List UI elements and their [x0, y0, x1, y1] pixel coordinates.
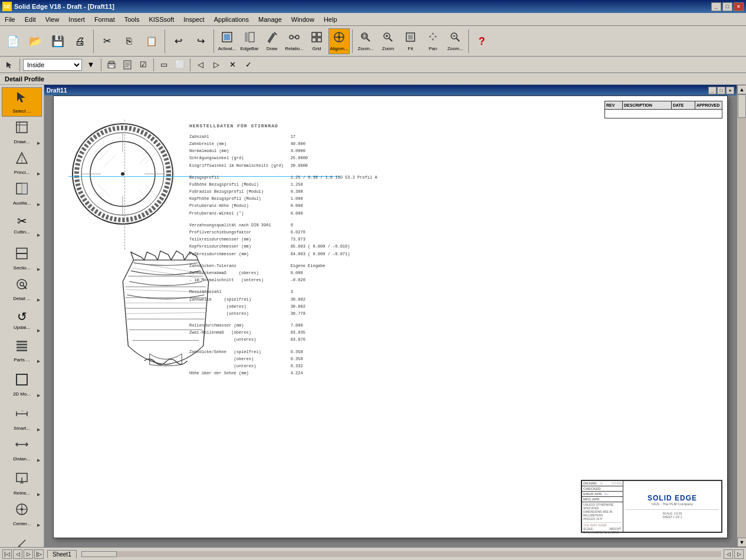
check-btn[interactable]: ☑ — [136, 58, 150, 71]
menu-edit[interactable]: Edit — [20, 13, 41, 25]
2dmodel-icon — [15, 373, 29, 390]
pan-icon — [427, 31, 439, 45]
hscroll-controls: ◁ ▷ — [724, 549, 744, 559]
nav-first-btn[interactable]: |◁ — [2, 549, 12, 559]
pan-button[interactable]: Pan — [422, 28, 443, 54]
menu-window[interactable]: Window — [287, 13, 319, 25]
dropdown-arrow-btn[interactable]: ▼ — [84, 58, 98, 71]
sidebar-item-select[interactable]: Select ... — [2, 87, 42, 117]
close-x-btn[interactable]: ✕ — [225, 58, 239, 71]
svg-rect-30 — [109, 65, 114, 68]
sidebar: Select ... Drawi... ▶ Princi... ▶ Auxili… — [0, 85, 44, 547]
horizontal-scroll-thumb[interactable] — [81, 551, 117, 557]
select-tool-btn[interactable] — [2, 58, 17, 71]
sidebar-item-center[interactable]: Center... ▶ — [2, 500, 42, 529]
menu-view[interactable]: View — [41, 13, 64, 25]
right-arrow-btn[interactable]: ▷ — [209, 58, 224, 71]
menu-manage[interactable]: Manage — [254, 13, 287, 25]
nav-next-btn[interactable]: ▷ — [24, 549, 33, 559]
menu-insert[interactable]: Insert — [64, 13, 90, 25]
principal-icon — [15, 151, 29, 169]
sidebar-item-distance[interactable]: Distan... ▶ — [2, 435, 42, 465]
new-button[interactable]: 📄 — [2, 28, 24, 54]
rect1-btn[interactable]: ▭ — [157, 58, 171, 71]
activate-button[interactable]: Activat... — [216, 28, 238, 54]
sidebar-item-parts[interactable]: Parts ... ▶ — [2, 336, 42, 365]
paste-button[interactable]: 📋 — [141, 28, 162, 54]
rect2-btn[interactable]: ⬜ — [173, 58, 187, 71]
sidebar-item-auxiliary[interactable]: Auxilia... ▶ — [2, 179, 42, 209]
inner-minimize-btn[interactable]: _ — [708, 87, 717, 94]
zoomout-button[interactable]: Zoom... — [445, 28, 466, 54]
canvas-area[interactable]: Draft11 _ □ × REV DESCRIPTION DATE APPRO… — [44, 85, 746, 547]
edgebar-button[interactable]: EdgeBar — [239, 28, 260, 54]
scroll-down-btn[interactable]: ▼ — [737, 538, 746, 547]
svg-rect-10 — [312, 38, 316, 42]
section-icon — [15, 246, 29, 264]
center-arrow-icon: ▶ — [37, 523, 40, 528]
hscroll-right-btn[interactable]: ▷ — [734, 549, 744, 559]
redo-button[interactable]: ↪ — [190, 28, 211, 54]
nav-prev-btn[interactable]: ◁ — [13, 549, 22, 559]
update-icon: ↺ — [17, 309, 27, 324]
distance-label: Distan... — [13, 456, 30, 462]
svg-point-6 — [295, 35, 299, 39]
draw-button[interactable]: Draw — [261, 28, 282, 54]
svg-line-20 — [389, 38, 392, 41]
fit-button[interactable]: Fit — [400, 28, 421, 54]
sidebar-item-detail[interactable]: Detail ... ▶ — [2, 275, 42, 304]
relations-button[interactable]: Relatio... — [284, 28, 305, 54]
nav-last-btn[interactable]: |▷ — [34, 549, 44, 559]
sheet1-tab[interactable]: Sheet1 — [47, 550, 77, 558]
alignment-button[interactable]: Alignm... — [328, 28, 350, 54]
svg-point-45 — [20, 282, 24, 286]
sidebar-item-retrieve[interactable]: Retrie... ▶ — [2, 469, 42, 499]
open-button[interactable]: 📂 — [25, 28, 46, 54]
grid-button[interactable]: Grid — [306, 28, 327, 54]
menu-file[interactable]: File — [0, 13, 20, 25]
sidebar-item-principal[interactable]: Princi... ▶ — [2, 149, 42, 178]
scroll-up-btn[interactable]: ▲ — [737, 85, 746, 94]
confirm-btn[interactable]: ✓ — [241, 58, 255, 71]
cut-button[interactable]: ✂ — [96, 28, 117, 54]
select-mode-dropdown[interactable]: Inside — [23, 59, 82, 71]
sidebar-item-2dmodel[interactable]: 2D Mo... ▶ — [2, 370, 42, 400]
inner-close-btn[interactable]: × — [726, 87, 734, 94]
menu-applications[interactable]: Applications — [209, 13, 254, 25]
alignment-icon — [333, 31, 345, 45]
inner-window-controls: _ □ × — [708, 87, 734, 94]
page-btn[interactable] — [120, 58, 134, 71]
menu-kisssoft[interactable]: KISSsoft — [144, 13, 179, 25]
help-button[interactable]: ? — [471, 28, 492, 54]
sidebar-item-update[interactable]: ↺ Updat... ▶ — [2, 305, 42, 335]
svg-line-80 — [145, 152, 157, 164]
close-button[interactable]: × — [734, 2, 744, 11]
zoom-button[interactable]: Zoom — [377, 28, 399, 54]
drawing-sheet: REV DESCRIPTION DATE APPROVED — [53, 95, 728, 538]
menu-tools[interactable]: Tools — [120, 13, 144, 25]
menu-inspect[interactable]: Inspect — [179, 13, 209, 25]
sidebar-item-section[interactable]: Sectio... ▶ — [2, 244, 42, 274]
crosshair-vertical — [124, 120, 125, 249]
scroll-thumb[interactable] — [738, 94, 746, 118]
copy-button[interactable]: ⎘ — [119, 28, 140, 54]
print-button[interactable]: 🖨 — [70, 28, 91, 54]
print-tool-btn[interactable] — [104, 58, 119, 71]
maximize-button[interactable]: □ — [722, 2, 732, 11]
menu-help[interactable]: Help — [319, 13, 342, 25]
left-arrow-btn[interactable]: ◁ — [193, 58, 208, 71]
menu-format[interactable]: Format — [90, 13, 120, 25]
sidebar-item-drawing[interactable]: Drawi... ▶ — [2, 118, 42, 147]
undo-button[interactable]: ↩ — [167, 28, 189, 54]
title-controls: _ □ × — [711, 2, 744, 11]
inner-maximize-btn[interactable]: □ — [717, 87, 725, 94]
sidebar-item-leader[interactable]: Leader ▶ — [2, 534, 42, 547]
save-button[interactable]: 💾 — [47, 28, 68, 54]
zoomout-icon — [449, 31, 461, 45]
zoomarea-button[interactable]: Zoom... — [355, 28, 376, 54]
minimize-button[interactable]: _ — [711, 2, 721, 11]
hscroll-left-btn[interactable]: ◁ — [724, 549, 733, 559]
svg-rect-51 — [17, 374, 27, 385]
sidebar-item-smartdim[interactable]: ↔ Smart... ▶ — [2, 404, 42, 434]
sidebar-item-cutting[interactable]: ✂ Cuttin... ▶ — [2, 210, 42, 239]
